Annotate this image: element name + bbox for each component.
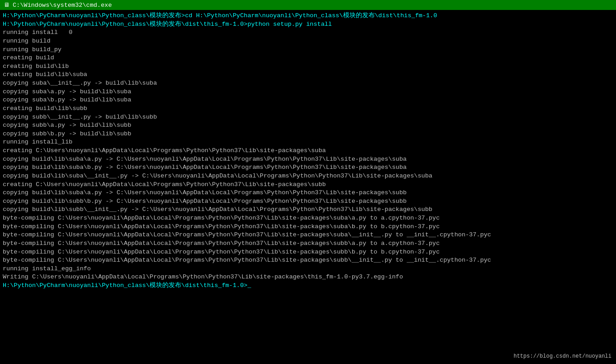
terminal-line: running install_lib [3, 138, 613, 147]
terminal-line: byte-compiling C:\Users\nuoyanli\AppData… [3, 214, 613, 223]
terminal-line: copying suba\__init__.py -> build\lib\su… [3, 79, 613, 88]
terminal-line: copying build\lib\subb\b.py -> C:\Users\… [3, 197, 613, 206]
terminal-line: H:\Python\PyCharm\nuoyanli\Python_class\… [3, 20, 613, 29]
terminal-line: copying build\lib\suba\b.py -> C:\Users\… [3, 163, 613, 172]
terminal-line: running build_py [3, 46, 613, 54]
titlebar-icon: 🖥 [4, 1, 10, 9]
terminal-line: copying build\lib\suba\__init__.py -> C:… [3, 172, 613, 181]
terminal-line: creating C:\Users\nuoyanli\AppData\Local… [3, 147, 613, 155]
terminal-line: copying build\lib\suba\a.py -> C:\Users\… [3, 189, 613, 197]
titlebar: 🖥 C:\Windows\system32\cmd.exe [0, 0, 616, 10]
terminal-line: byte-compiling C:\Users\nuoyanli\AppData… [3, 256, 613, 265]
terminal-line: H:\Python\PyCharm\nuoyanli\Python_class\… [3, 12, 613, 20]
terminal-line: byte-compiling C:\Users\nuoyanli\AppData… [3, 223, 613, 231]
terminal-line: creating build\lib [3, 62, 613, 71]
terminal-line: copying suba\a.py -> build\lib\suba [3, 88, 613, 96]
watermark: https://blog.csdn.net/nuoyanli [514, 353, 611, 359]
terminal-line: creating build [3, 54, 613, 62]
terminal: H:\Python\PyCharm\nuoyanli\Python_class\… [0, 10, 616, 364]
terminal-line: copying suba\b.py -> build\lib\suba [3, 96, 613, 105]
terminal-line: copying build\lib\subb\__init__.py -> C:… [3, 206, 613, 214]
terminal-line: creating build\lib\suba [3, 71, 613, 79]
terminal-line: copying build\lib\suba\a.py -> C:\Users\… [3, 155, 613, 164]
terminal-line: copying subb\b.py -> build\lib\subb [3, 130, 613, 139]
terminal-line: byte-compiling C:\Users\nuoyanli\AppData… [3, 248, 613, 257]
terminal-line: running install 0 [3, 29, 613, 37]
terminal-line: byte-compiling C:\Users\nuoyanli\AppData… [3, 231, 613, 239]
terminal-line: copying subb\__init__.py -> build\lib\su… [3, 113, 613, 122]
terminal-line: copying subb\a.py -> build\lib\subb [3, 121, 613, 130]
terminal-line: creating build\lib\subb [3, 105, 613, 113]
terminal-line: H:\Python\PyCharm\nuoyanli\Python_class\… [3, 282, 613, 290]
terminal-line: running build [3, 37, 613, 46]
terminal-line: running install_egg_info [3, 265, 613, 273]
terminal-content: H:\Python\PyCharm\nuoyanli\Python_class\… [3, 12, 613, 290]
titlebar-text: C:\Windows\system32\cmd.exe [13, 2, 112, 9]
terminal-line: byte-compiling C:\Users\nuoyanli\AppData… [3, 239, 613, 248]
terminal-line: Writing C:\Users\nuoyanli\AppData\Local\… [3, 273, 613, 282]
terminal-line: creating C:\Users\nuoyanli\AppData\Local… [3, 181, 613, 189]
